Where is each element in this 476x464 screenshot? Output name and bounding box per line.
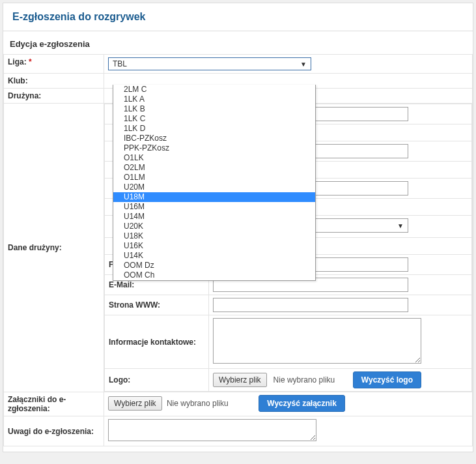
label-info-kontakt: Informacje kontaktowe:	[105, 315, 209, 369]
clear-logo-button[interactable]: Wyczyść logo	[353, 371, 421, 388]
liga-option[interactable]: PPK-PZKosz	[113, 143, 315, 153]
label-zalaczniki: Załączniki do e-zgłoszenia:	[4, 392, 104, 416]
info-kontakt-textarea[interactable]	[213, 318, 421, 364]
liga-option[interactable]: OOM Dz	[113, 261, 315, 270]
liga-option[interactable]: U16K	[113, 241, 315, 251]
chevron-down-icon: ▼	[300, 61, 307, 68]
liga-option[interactable]: U20M	[113, 182, 315, 192]
liga-option[interactable]: 1LK B	[113, 104, 315, 114]
liga-dropdown-panel: 2LM C1LK A1LK B1LK C1LK DIBC-PZKoszPPK-P…	[113, 85, 316, 281]
logo-file-status: Nie wybrano pliku	[273, 375, 335, 384]
attachment-file-button[interactable]: Wybierz plik	[108, 396, 162, 411]
liga-option[interactable]: 1LK A	[113, 94, 315, 104]
required-marker: *	[29, 57, 32, 66]
page-subtitle: Edycja e-zgłoszenia	[3, 31, 473, 54]
uwagi-textarea[interactable]	[108, 419, 316, 441]
liga-select[interactable]: TBL ▼	[108, 57, 311, 70]
liga-option[interactable]: O1LK	[113, 153, 315, 163]
label-www: Strona WWW:	[105, 295, 209, 315]
liga-option[interactable]: U16M	[113, 202, 315, 212]
liga-option[interactable]: U18K	[113, 231, 315, 241]
liga-option[interactable]: O2LM	[113, 163, 315, 173]
chevron-down-icon: ▼	[397, 222, 404, 229]
www-input[interactable]	[213, 298, 408, 312]
liga-select-value: TBL	[113, 59, 127, 68]
liga-option[interactable]: U18M	[113, 192, 315, 202]
clear-attachment-button[interactable]: Wyczyść załącznik	[259, 395, 345, 412]
logo-file-button[interactable]: Wybierz plik	[213, 373, 267, 387]
label-logo: Logo:	[105, 369, 209, 392]
liga-option[interactable]: U14M	[113, 212, 315, 222]
liga-option[interactable]: OOM Ch	[113, 270, 315, 280]
page-header: E-zgłoszenia do rozgrywek	[3, 3, 473, 31]
liga-option[interactable]: O1LM	[113, 173, 315, 182]
liga-dropdown-list[interactable]: 2LM C1LK A1LK B1LK C1LK DIBC-PZKoszPPK-P…	[113, 85, 315, 280]
liga-option[interactable]: IBC-PZKosz	[113, 134, 315, 143]
label-klub: Klub:	[4, 74, 104, 89]
liga-option[interactable]: 2LM C	[113, 85, 315, 94]
page-title: E-zgłoszenia do rozgrywek	[12, 11, 464, 23]
liga-option[interactable]: 1LK D	[113, 124, 315, 134]
label-druzyna: Drużyna:	[4, 89, 104, 104]
liga-option[interactable]: U20K	[113, 222, 315, 231]
label-liga: Liga: *	[4, 55, 104, 74]
liga-option[interactable]: 1LK C	[113, 114, 315, 124]
attachment-file-status: Nie wybrano pliku	[167, 399, 229, 408]
label-dane-druzyny: Dane drużyny:	[4, 104, 104, 392]
label-uwagi: Uwagi do e-zgłoszenia:	[4, 416, 104, 446]
liga-option[interactable]: U14K	[113, 251, 315, 261]
